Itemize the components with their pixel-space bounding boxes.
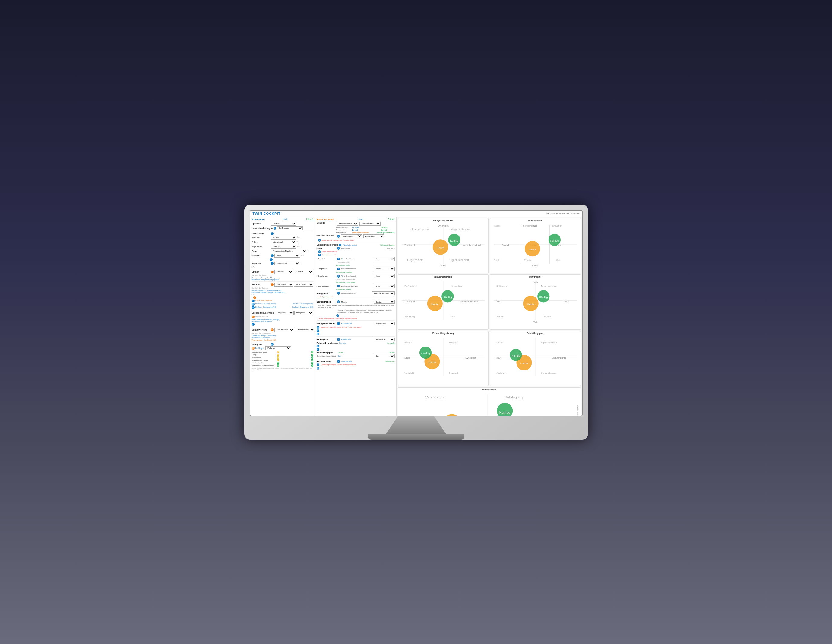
score-dot-erg-heute: 64: [277, 356, 279, 359]
kernprozess-heute: Betrieb: [352, 229, 366, 231]
badge-h6: 6: [318, 250, 321, 253]
chart-entscheidung-title: Entscheidungsfindung: [399, 332, 488, 334]
entwicklungspfad-zukunft: Lernen: [389, 351, 395, 353]
positionierung-zukunft: Kunden: [381, 226, 395, 228]
sim-col-heute: Heute: [358, 218, 363, 221]
svg-text:Wein: Wein: [556, 258, 561, 261]
entwicklungspfad-row: Entwicklungspfad Lernen Lernen: [317, 351, 395, 354]
svg-text:Aussenorientiert: Aussenorientiert: [541, 285, 557, 287]
management-zukunft-select[interactable]: Menschenzentriert: [372, 292, 395, 295]
badge-mm17-row: 17: [317, 329, 395, 332]
hebel-row2: 7 Hebel passen nicht: [317, 254, 395, 256]
struktur-select-heute[interactable]: Profit Center: [274, 283, 294, 287]
svg-text:Einfach: Einfach: [405, 341, 412, 344]
svg-text:Künftig: Künftig: [450, 239, 459, 242]
form-select[interactable]: Programmierte Maschin...: [271, 249, 307, 253]
herausforderungen-select[interactable]: Performance: [277, 226, 303, 230]
klarheit-row: Klarheit der Ausrichtung Klar Klar: [317, 354, 395, 358]
badge-gm2: 2: [337, 235, 340, 238]
mehrdeutigkeit-row: - Mehrdeutigkeit 11 Hohe Mehrdeutigkeit …: [317, 284, 395, 288]
klarheit-zukunft-select[interactable]: Klar: [374, 354, 395, 358]
dyn-interaktionen: Dynamische Interaktionen: [317, 282, 395, 284]
eigentumer-row: Eigentümer Öffentlich k.A.: [252, 245, 313, 248]
struktur-select-zukunft[interactable]: Profit Center: [294, 283, 313, 287]
entwicklungspfad-heute: Lernen: [338, 351, 344, 353]
ergebnisse-label: Ergebnisse: [252, 357, 276, 358]
badge-10: 10: [252, 303, 254, 306]
badge-k9: 9: [337, 268, 340, 270]
badge-bm14: 14: [336, 314, 339, 317]
lebenszyklus-select-zukunft[interactable]: Delegation: [294, 311, 313, 315]
fuhrungsstil-svg: Kultivierend Aussenorientiert Steuern Si…: [491, 279, 579, 328]
svg-text:Undurchsichtig: Undurchsichtig: [552, 357, 566, 359]
badge12-row: 12 Die Wahl der Tools: [252, 316, 313, 318]
unsicherheit-row: - Unsicherheit 10 Tiefe Unsicherheit Hoh…: [317, 274, 395, 278]
struktur-label: Struktur: [252, 283, 270, 286]
geschaftsmodell-row: Geschäftsmodell 2 Exploitation Explorati…: [317, 234, 395, 238]
mgmt-kontext-label: Management Kontext: [317, 244, 338, 246]
verantwortung-select-heute[interactable]: Eher dezentral: [274, 328, 294, 332]
trad-interaktionen: Traditionelle Interaktionen: [317, 279, 395, 281]
trad-tools: Traditionelle Tools: [317, 261, 395, 264]
svg-text:Experimentieren: Experimentieren: [541, 341, 557, 344]
einheit-select-zukunft[interactable]: Geschäft: [294, 270, 313, 274]
reifegrad-select[interactable]: Performer: [266, 346, 291, 350]
klarheit-heute: Klar: [338, 355, 341, 357]
standort-select[interactable]: Europa: [271, 235, 296, 240]
sprache-row: Sprache Deutsch: [252, 222, 313, 226]
betriebsmodell-zukunft-select[interactable]: Service: [374, 300, 395, 304]
mehrdeutigkeit-label: - Mehrdeutigkeit: [317, 285, 336, 287]
unsicherheit-zukunft-select[interactable]: Hohe: [374, 274, 395, 278]
svg-text:Ergebnis-basiert: Ergebnis-basiert: [449, 258, 469, 261]
svg-text:Steuern: Steuern: [496, 315, 504, 318]
svg-text:Chaotisch: Chaotisch: [449, 372, 459, 374]
badge-4: 4: [270, 258, 273, 261]
eigentumer-select[interactable]: Öffentlich: [271, 245, 296, 248]
svg-text:Regelbasiert: Regelbasiert: [407, 258, 423, 261]
branche-select[interactable]: Professionell: [274, 261, 300, 266]
sprache-select[interactable]: Deutsch: [271, 222, 296, 226]
erfolg-row: Erfolg 65 74: [252, 354, 313, 356]
lebenszyklus-select-heute[interactable]: Delegation: [275, 311, 294, 315]
fokus-select[interactable]: International: [271, 240, 296, 244]
struktur-strukturen2: Struktur > Strukturieren (Stil): [292, 306, 313, 308]
einheit-select-heute[interactable]: Geschäft: [274, 270, 294, 274]
betriebsmodell-desc: Eine durch Werte, Mythen, eine Kultur od…: [317, 304, 395, 309]
badge-9: 9: [252, 300, 254, 302]
klarheit-label: Klarheit der Ausrichtung: [317, 355, 336, 357]
fuhrungsstil-zukunft-select[interactable]: Systemisch: [374, 338, 395, 341]
badge-7: 7: [271, 283, 274, 286]
svg-text:Donna: Donna: [449, 315, 456, 318]
strategie-zukunft-select[interactable]: Kundenvorteile: [360, 222, 381, 226]
simulationen-title: SIMULATIONEN: [317, 218, 334, 221]
leadership-label: Leadership (Management Prinzipien): [577, 405, 578, 415]
geschaft-warning: Geschäft und Management passen nicht: [322, 239, 354, 241]
mgmt-modell-zukunft-select[interactable]: Professionell: [374, 322, 395, 325]
geschaftsmodell-zukunft-select[interactable]: Exploration: [363, 234, 384, 238]
chart-fuhrungsstil-title: Führungsstil: [491, 276, 579, 278]
svg-text:Stabil: Stabil: [440, 264, 446, 267]
strategie-heute-select[interactable]: Produktleistung: [337, 222, 358, 226]
geschaftsmodell-heute-select[interactable]: Exploitation: [341, 234, 362, 238]
svg-text:Innovation: Innovation: [451, 285, 462, 287]
hebel-passen1: Hebel passen nicht: [322, 251, 337, 253]
svg-text:Traditionell: Traditionell: [405, 244, 415, 247]
mgmt-hebel: Hebel passen nicht: [317, 296, 395, 298]
management-heute: Menschenzentriert: [341, 293, 356, 295]
svg-text:Innovation: Innovation: [552, 224, 562, 227]
dyn-tools: Dynamische Tools: [317, 264, 395, 266]
kernprozess-label: Kernprozess: [336, 229, 351, 231]
mehrdeutigkeit-zukunft-select[interactable]: Hohe: [374, 284, 395, 288]
chart-mgmt-kontext-title: Management Kontext: [399, 219, 488, 221]
badge-gw3: 3: [318, 239, 321, 242]
svg-text:Systematisieren: Systematisieren: [541, 372, 556, 374]
volatilitat-zukunft-select[interactable]: Hohe: [374, 257, 395, 261]
positionierung-row: Positionierung Produkt Kunden: [317, 226, 395, 228]
verantwortung-select-zukunft[interactable]: Eher dezentral: [295, 328, 315, 332]
komplexitat-zukunft-select[interactable]: Mittlere: [374, 267, 395, 271]
betriebsmodell-desc2: Eine serviceorientierte Organisation mit…: [317, 309, 395, 314]
badge13-row: 13: [252, 323, 313, 326]
grosse-select[interactable]: Gross: [274, 254, 300, 258]
badge-un10: 10: [337, 275, 340, 277]
volatilitat-row: - Volatilität 8 Tiefe Volatilität Hohe: [317, 257, 395, 261]
